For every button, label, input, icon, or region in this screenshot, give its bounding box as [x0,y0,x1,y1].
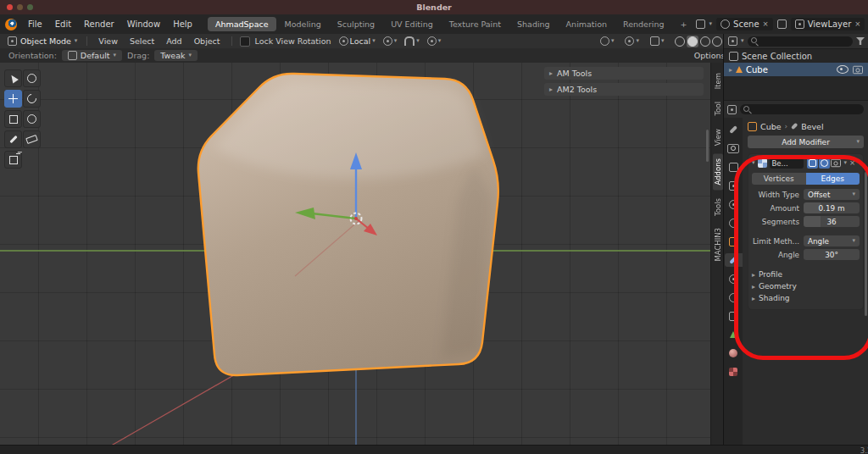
angle-field[interactable]: 30° [804,249,860,260]
outliner-search-input[interactable] [748,36,853,47]
workspace-tab-texture-paint[interactable]: Texture Paint [442,17,509,31]
minimize-window-icon[interactable] [17,4,23,10]
new-scene-icon[interactable] [777,19,787,29]
solid-shading-active[interactable] [687,36,698,47]
maximize-window-icon[interactable] [27,4,33,10]
segments-field[interactable]: 36 [804,216,860,227]
breadcrumb-modifier[interactable]: Bevel [801,122,823,131]
menu-add[interactable]: Add [161,36,186,47]
menu-render[interactable]: Render [78,18,120,30]
menu-view[interactable]: View [93,36,123,47]
magnet-snap-icon[interactable] [404,36,415,46]
outliner-row-scene-collection[interactable]: Scene Collection [724,49,868,63]
texture-tab-icon[interactable] [725,365,743,379]
scale-tool[interactable] [4,110,22,128]
measure-tool[interactable] [23,130,41,148]
properties-scrollbar[interactable] [865,172,867,316]
drag-dropdown[interactable]: Tweak [154,50,198,61]
rendered-shading-icon[interactable] [712,36,722,47]
transform-orientation-selector[interactable]: Local [339,36,376,46]
shading-section-header[interactable]: Shading [752,292,860,304]
expand-arrow-icon[interactable] [729,66,732,74]
proportional-editing-controls[interactable] [427,36,442,46]
material-preview-icon[interactable] [700,36,710,47]
menu-object[interactable]: Object [189,36,225,47]
limit-method-dropdown[interactable]: Angle [804,235,860,246]
object-tab-icon[interactable] [725,235,743,248]
delete-modifier-icon[interactable] [849,159,855,167]
render-tab-icon[interactable] [725,141,743,155]
orientation-dropdown[interactable]: Default [62,50,122,61]
view-layer-tab-icon[interactable] [725,179,743,192]
viewlayer-selector[interactable]: ViewLayer [791,18,865,30]
modifier-name-field[interactable]: Be... [770,158,804,169]
profile-section-header[interactable]: Profile [752,269,860,280]
data-tab-icon[interactable] [725,328,743,341]
width-type-dropdown[interactable]: Offset [804,189,860,200]
render-display-toggle[interactable] [831,158,842,169]
vertices-button[interactable]: Vertices [752,173,806,185]
sidebar-tab-machin3[interactable]: MACHIN3 [713,223,723,267]
chevron-down-icon[interactable] [709,21,713,27]
add-workspace-button[interactable]: + [673,17,695,31]
sidebar-tab-tools[interactable]: Tools [713,193,723,221]
sidebar-scrollbar[interactable] [706,130,709,162]
wireframe-shading-icon[interactable] [675,36,685,47]
move-tool[interactable] [4,90,22,108]
filter-icon[interactable] [856,37,865,45]
workspace-tab-animation[interactable]: Animation [559,17,615,31]
transform-tool[interactable] [23,110,41,128]
material-tab-icon[interactable] [725,346,743,360]
menu-window[interactable]: Window [121,18,166,30]
workspace-tab-uv-editing[interactable]: UV Editing [383,17,441,31]
am-tools-panel-header[interactable]: AM Tools [544,67,704,80]
chevron-down-icon[interactable] [741,38,744,44]
close-window-icon[interactable] [7,4,13,10]
scene-tab-icon[interactable] [725,197,743,211]
modifiers-tab-icon[interactable] [725,253,743,267]
outliner-row-cube[interactable]: Cube [724,63,868,76]
sidebar-tab-addons[interactable]: Addons [713,153,723,190]
amount-field[interactable]: 0.19 m [804,202,860,213]
edges-button[interactable]: Edges [806,173,860,185]
workspace-tab-rendering[interactable]: Rendering [615,17,672,31]
hide-eye-icon[interactable] [837,65,849,74]
3d-viewport[interactable]: AM Tools AM2 Tools [0,63,710,445]
workspace-tab-ahmadspace[interactable]: AhmadSpace [208,17,276,31]
geometry-section-header[interactable]: Geometry [752,280,860,292]
workspace-tab-shading[interactable]: Shading [509,17,558,31]
annotate-tool[interactable] [4,130,22,148]
modifier-extras-icon[interactable] [844,160,848,166]
snapping-controls[interactable] [404,36,420,46]
mode-selector[interactable]: Object Mode [4,36,81,46]
edit-mode-display-toggle[interactable] [807,158,818,169]
unlink-scene-icon[interactable] [763,20,769,28]
properties-search-input[interactable] [740,104,864,114]
sidebar-tab-item[interactable]: Item [713,68,723,94]
blender-logo-icon[interactable] [5,19,17,30]
editor-type-icon[interactable] [728,36,737,46]
window-controls[interactable] [7,4,33,10]
constraints-tab-icon[interactable] [725,309,743,323]
menu-file[interactable]: File [22,18,48,30]
scene-selector[interactable]: Scene [716,18,773,30]
rotate-tool[interactable] [23,90,41,108]
remove-viewlayer-icon[interactable] [854,20,860,28]
am2-tools-panel-header[interactable]: AM2 Tools [544,83,704,96]
collapse-panel-icon[interactable] [752,160,755,166]
show-overlays-dropdown[interactable] [625,36,639,46]
properties-editor-icon[interactable] [727,105,737,114]
show-gizmo-dropdown[interactable] [600,36,615,46]
breadcrumb-object[interactable]: Cube [760,122,782,131]
workspace-tab-modeling[interactable]: Modeling [277,17,329,31]
object-breadcrumb-icon[interactable] [748,122,757,131]
world-tab-icon[interactable] [725,216,743,230]
sidebar-tab-view[interactable]: View [713,124,723,151]
render-visibility-icon[interactable] [853,65,863,73]
physics-tab-icon[interactable] [725,291,743,304]
realtime-display-toggle[interactable] [819,158,830,169]
cursor-tool[interactable] [23,69,41,87]
add-cube-tool[interactable] [4,151,22,169]
display-mode-icon[interactable] [696,19,705,29]
menu-edit[interactable]: Edit [49,18,77,30]
